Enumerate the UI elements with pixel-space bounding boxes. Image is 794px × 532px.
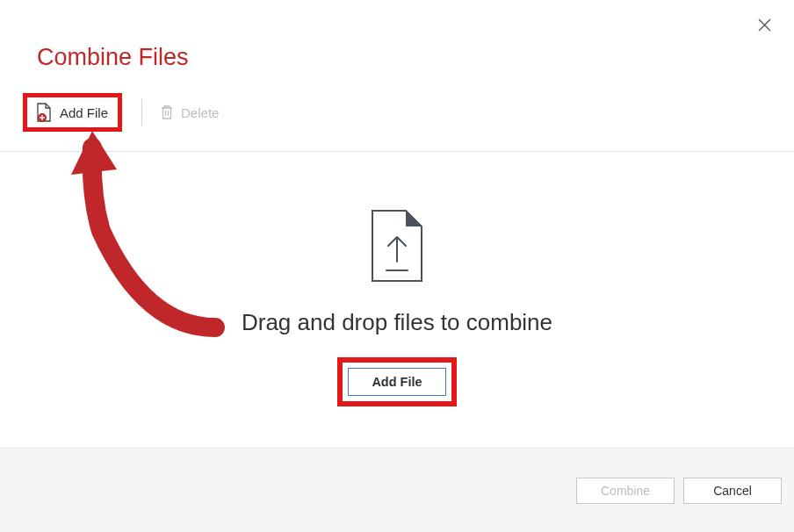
document-upload-icon xyxy=(369,209,425,286)
delete-button: Delete xyxy=(160,104,219,120)
toolbar-separator xyxy=(0,151,794,152)
add-file-icon xyxy=(35,102,53,123)
close-button[interactable] xyxy=(754,14,775,35)
add-file-button-top[interactable]: Add File xyxy=(23,93,122,132)
footer: Combine Cancel xyxy=(0,448,794,532)
dropzone[interactable]: Drag and drop files to combine Add File xyxy=(0,209,794,406)
close-icon xyxy=(758,18,771,32)
add-file-button-center[interactable]: Add File xyxy=(348,368,445,396)
cancel-button[interactable]: Cancel xyxy=(683,478,782,504)
trash-icon xyxy=(160,104,174,120)
dropzone-instruction: Drag and drop files to combine xyxy=(242,309,552,336)
page-title: Combine Files xyxy=(37,44,189,71)
add-file-top-label: Add File xyxy=(60,105,108,120)
delete-label: Delete xyxy=(181,105,219,120)
toolbar-divider xyxy=(141,99,142,126)
toolbar: Add File Delete xyxy=(23,93,219,132)
combine-button: Combine xyxy=(576,478,675,504)
